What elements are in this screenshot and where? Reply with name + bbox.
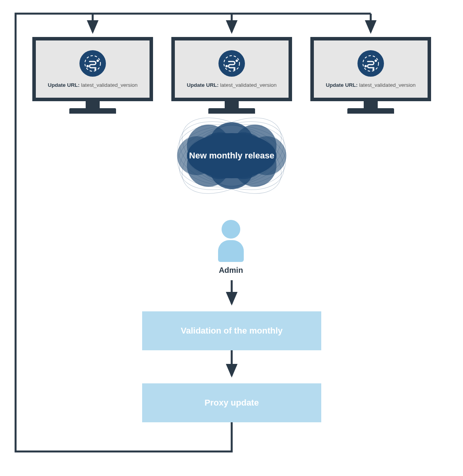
svg-point-27: [224, 56, 239, 71]
monitor-base: [69, 108, 116, 114]
monitor-stand: [225, 101, 239, 108]
update-url-text: Update URL: latest_validated_version: [48, 82, 137, 88]
update-url-text: Update URL: latest_validated_version: [326, 82, 415, 88]
svg-point-24: [86, 65, 89, 67]
app-logo-icon: [79, 50, 106, 77]
monitor-3: Update URL: latest_validated_version: [310, 37, 431, 115]
url-value: latest_validated_version: [359, 82, 415, 88]
release-cloud: New monthly release: [169, 121, 294, 191]
svg-point-25: [97, 60, 99, 62]
admin-label: Admin: [211, 266, 250, 275]
step-proxy-update: Proxy update: [142, 383, 321, 422]
svg-point-34: [373, 69, 375, 70]
svg-point-29: [236, 60, 238, 62]
monitor-frame: Update URL: latest_validated_version: [171, 37, 292, 101]
svg-point-30: [234, 69, 236, 70]
monitor-frame: Update URL: latest_validated_version: [32, 37, 153, 101]
update-url-text: Update URL: latest_validated_version: [187, 82, 276, 88]
person-icon: [222, 220, 240, 239]
monitor-frame: Update URL: latest_validated_version: [310, 37, 431, 101]
svg-point-31: [363, 56, 378, 71]
person-body-icon: [218, 240, 244, 262]
diagram-canvas: Update URL: latest_validated_version Upd…: [0, 0, 463, 476]
cloud-label: New monthly release: [189, 151, 275, 161]
monitor-2: Update URL: latest_validated_version: [171, 37, 292, 115]
app-logo-icon: [218, 50, 245, 77]
svg-point-32: [364, 65, 367, 67]
monitor-base: [208, 108, 255, 114]
svg-point-26: [95, 69, 97, 70]
url-label: Update URL:: [326, 82, 358, 88]
url-label: Update URL:: [48, 82, 80, 88]
monitor-base: [347, 108, 394, 114]
url-value: latest_validated_version: [81, 82, 137, 88]
monitor-stand: [364, 101, 378, 108]
svg-point-33: [375, 60, 377, 62]
monitor-1: Update URL: latest_validated_version: [32, 37, 153, 115]
url-value: latest_validated_version: [220, 82, 276, 88]
step-proxy-label: Proxy update: [204, 398, 259, 408]
svg-point-28: [225, 65, 228, 67]
monitor-stand: [86, 101, 100, 108]
admin-actor: Admin: [211, 220, 250, 275]
app-logo-icon: [357, 50, 384, 77]
step-validation: Validation of the monthly: [142, 311, 321, 350]
svg-point-23: [85, 56, 100, 71]
step-validation-label: Validation of the monthly: [181, 326, 283, 336]
url-label: Update URL:: [187, 82, 219, 88]
